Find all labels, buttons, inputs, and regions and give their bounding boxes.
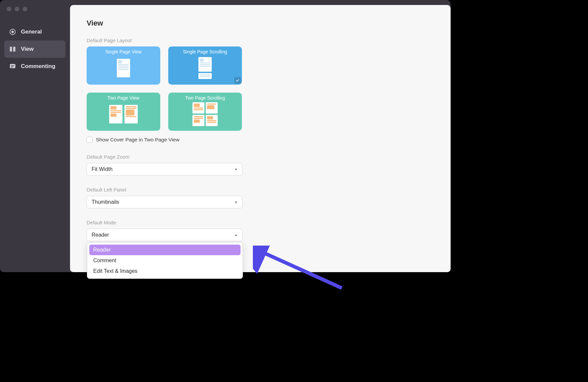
chevron-down-icon: ▼ xyxy=(234,200,238,204)
select-value: Reader xyxy=(92,232,109,238)
default-left-panel-label: Default Left Panel xyxy=(87,187,434,192)
layout-option-two-page-view[interactable]: Two Page View xyxy=(87,93,160,131)
svg-rect-4 xyxy=(10,64,16,68)
gear-icon xyxy=(9,28,16,36)
layout-option-label: Two Page View xyxy=(90,95,157,101)
select-value: Thumbnails xyxy=(92,199,119,205)
view-icon xyxy=(9,45,16,53)
page-title: View xyxy=(87,19,434,28)
chevron-down-icon: ▼ xyxy=(234,168,238,171)
preferences-window: General View Commenting View Default Pag… xyxy=(0,0,451,272)
svg-point-1 xyxy=(12,31,14,33)
show-cover-checkbox-row: Show Cover Page in Two Page View xyxy=(87,137,434,143)
default-left-panel-select[interactable]: Thumbnails ▼ xyxy=(87,196,243,208)
layout-graphic xyxy=(172,103,239,126)
zoom-window-dot[interactable] xyxy=(23,7,27,11)
svg-rect-5 xyxy=(11,65,14,66)
layout-graphic xyxy=(90,56,157,80)
svg-rect-3 xyxy=(13,47,15,52)
layout-graphic xyxy=(90,103,157,126)
default-page-zoom-select[interactable]: Fit Width ▼ xyxy=(87,163,243,176)
close-window-dot[interactable] xyxy=(7,7,11,11)
dropdown-item-edit-text-images[interactable]: Edit Text & Images xyxy=(89,266,241,276)
sidebar-item-label: View xyxy=(21,46,34,52)
default-mode-label: Default Mode xyxy=(87,220,434,225)
show-cover-label: Show Cover Page in Two Page View xyxy=(96,137,180,143)
chevron-up-icon: ▼ xyxy=(234,233,238,237)
layout-option-label: Single Page View xyxy=(90,49,157,54)
default-page-zoom-label: Default Page Zoom xyxy=(87,154,434,160)
layout-option-single-page-scrolling[interactable]: Single Page Scrolling xyxy=(168,46,242,85)
sidebar-item-view[interactable]: View xyxy=(4,40,65,58)
dropdown-item-reader[interactable]: Reader xyxy=(89,245,241,255)
svg-rect-6 xyxy=(11,67,13,67)
default-page-layout-label: Default Page Layout xyxy=(87,38,434,43)
layout-option-label: Two Page Scrolling xyxy=(172,95,239,101)
selected-check-icon xyxy=(234,77,241,84)
sidebar-item-label: Commenting xyxy=(21,63,55,70)
svg-rect-2 xyxy=(10,47,12,52)
sidebar: General View Commenting xyxy=(4,23,65,75)
default-mode-select[interactable]: Reader ▼ Reader Comment Edit Text & Imag… xyxy=(87,229,243,241)
layout-graphic xyxy=(172,56,239,80)
dropdown-item-comment[interactable]: Comment xyxy=(89,255,241,266)
commenting-icon xyxy=(9,63,16,70)
traffic-lights xyxy=(7,7,27,11)
sidebar-item-commenting[interactable]: Commenting xyxy=(4,58,65,75)
sidebar-item-label: General xyxy=(21,29,42,35)
layout-option-two-page-scrolling[interactable]: Two Page Scrolling xyxy=(168,93,242,131)
layout-grid: Single Page View Single Page Scrolling T… xyxy=(87,46,434,131)
minimize-window-dot[interactable] xyxy=(15,7,19,11)
default-mode-dropdown: Reader Comment Edit Text & Images xyxy=(87,242,243,279)
select-value: Fit Width xyxy=(92,166,112,172)
content-panel: View Default Page Layout Single Page Vie… xyxy=(70,5,451,272)
sidebar-item-general[interactable]: General xyxy=(4,23,65,40)
layout-option-label: Single Page Scrolling xyxy=(172,49,239,54)
layout-option-single-page-view[interactable]: Single Page View xyxy=(87,46,160,85)
show-cover-checkbox[interactable] xyxy=(87,137,93,143)
